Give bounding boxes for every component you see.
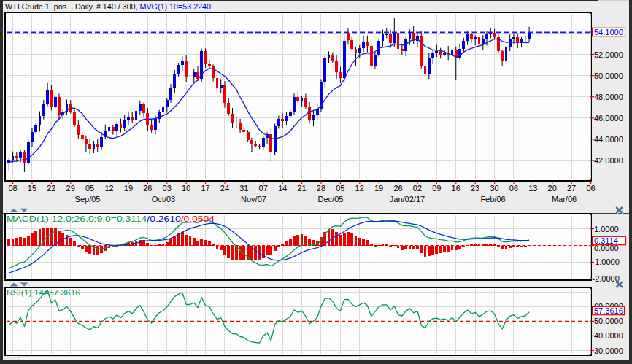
svg-text:07: 07 [259, 184, 268, 193]
svg-text:21: 21 [297, 184, 306, 193]
svg-text:05: 05 [336, 184, 344, 193]
svg-text:15: 15 [28, 184, 36, 193]
svg-text:10: 10 [182, 184, 190, 193]
svg-text:06: 06 [586, 184, 595, 193]
svg-text:26: 26 [393, 184, 402, 193]
svg-text:-1.0000: -1.0000 [593, 257, 620, 266]
svg-text:02: 02 [413, 184, 422, 193]
svg-text:Nov/07: Nov/07 [241, 195, 266, 204]
svg-text:Sep/05: Sep/05 [75, 195, 101, 204]
svg-text:-2.0000: -2.0000 [593, 274, 620, 283]
svg-text:46.0000: 46.0000 [594, 114, 623, 123]
svg-text:19: 19 [124, 184, 133, 193]
svg-text:12: 12 [104, 184, 113, 193]
svg-text:13: 13 [528, 184, 537, 193]
svg-text:05: 05 [85, 184, 94, 193]
svg-text:Feb/06: Feb/06 [480, 195, 505, 204]
svg-text:20: 20 [548, 184, 557, 193]
svg-text:19: 19 [374, 184, 383, 193]
svg-text:29: 29 [66, 184, 75, 193]
svg-text:40.0000: 40.0000 [594, 331, 623, 340]
svg-text:54.1000: 54.1000 [594, 28, 623, 36]
svg-text:24: 24 [220, 184, 229, 193]
svg-text:23: 23 [471, 184, 479, 193]
svg-text:06: 06 [509, 184, 518, 193]
svg-text:48.0000: 48.0000 [594, 93, 623, 101]
svg-text:52.0000: 52.0000 [594, 50, 623, 59]
svg-text:27: 27 [567, 184, 576, 193]
svg-text:08: 08 [8, 184, 17, 193]
svg-text:30.0000: 30.0000 [594, 346, 623, 355]
svg-text:16: 16 [452, 184, 460, 193]
svg-text:Dec/05: Dec/05 [318, 195, 344, 204]
svg-text:31: 31 [239, 184, 248, 193]
svg-text:14: 14 [278, 184, 287, 193]
svg-text:50.0000: 50.0000 [594, 317, 623, 325]
svg-text:50.0000: 50.0000 [594, 71, 623, 80]
svg-text:MACD(1) 12.0;26.0;9.0=0.3114/0: MACD(1) 12.0;26.0;9.0=0.3114/0.2610/0.05… [7, 214, 215, 223]
svg-text:Mar/06: Mar/06 [552, 195, 577, 204]
svg-text:WTI Crude 1. pos. , Daily, # 1: WTI Crude 1. pos. , Daily, # 140 / 300, … [5, 2, 211, 11]
svg-text:09: 09 [432, 184, 441, 193]
svg-text:30: 30 [490, 184, 498, 193]
svg-text:42.0000: 42.0000 [594, 156, 623, 165]
svg-text:Jan/02/17: Jan/02/17 [390, 195, 425, 204]
svg-text:22: 22 [47, 184, 55, 193]
svg-text:17: 17 [201, 184, 209, 193]
svg-text:03: 03 [163, 184, 172, 193]
svg-text:26: 26 [143, 184, 152, 193]
svg-text:28: 28 [317, 184, 325, 193]
svg-text:12: 12 [355, 184, 364, 193]
svg-text:0.3114: 0.3114 [594, 236, 618, 245]
svg-text:57.3616: 57.3616 [594, 306, 623, 315]
svg-text:44.0000: 44.0000 [594, 135, 623, 144]
svg-text:RSI(1) 14=57.3616: RSI(1) 14=57.3616 [7, 288, 80, 297]
svg-text:1.0000: 1.0000 [594, 225, 619, 233]
svg-text:Oct/03: Oct/03 [152, 195, 175, 204]
